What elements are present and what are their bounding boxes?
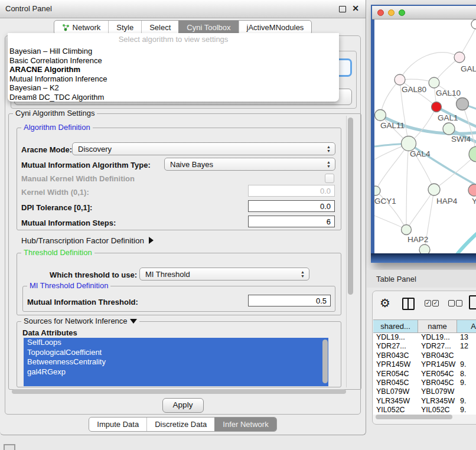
- sources-group-title[interactable]: Sources for Network Inference: [21, 317, 139, 325]
- network-node[interactable]: [457, 98, 469, 110]
- table-row[interactable]: YBR045CYBR045C9.: [373, 379, 476, 387]
- network-node[interactable]: [419, 244, 430, 253]
- network-window-bottom-frame: [371, 253, 476, 263]
- attribute-list-item[interactable]: TopologicalCoefficient: [24, 348, 328, 358]
- node-label: GAL1: [438, 113, 458, 122]
- collapsed-panel-icon[interactable]: [4, 444, 15, 450]
- mi-steps-field[interactable]: 6: [248, 216, 335, 227]
- tab-infer-network[interactable]: Infer Network: [214, 418, 276, 431]
- table-cell: 9.: [457, 406, 476, 415]
- settings-hscroll-thumb[interactable]: [12, 389, 346, 394]
- close-traffic-light-icon[interactable]: [377, 9, 384, 16]
- minimize-traffic-light-icon[interactable]: [388, 9, 395, 16]
- checked-box-icon[interactable]: ✓: [425, 300, 431, 306]
- which-threshold-combobox[interactable]: MI Threshold ▲▼: [139, 268, 309, 281]
- network-node-y[interactable]: [468, 184, 476, 196]
- table-row[interactable]: YDR27...YDR27...12: [373, 342, 476, 351]
- algorithm-dropdown-placeholder: Select algorithm to view settings: [8, 33, 339, 47]
- dropdown-item[interactable]: Dream8 DC_TDC Algorithm: [8, 93, 339, 102]
- tab-style[interactable]: Style: [108, 21, 141, 34]
- float-window-icon[interactable]: [339, 6, 346, 12]
- table-cell: YDR27...: [373, 342, 418, 351]
- attributes-list-scrollbar[interactable]: [322, 340, 328, 383]
- cyni-algorithm-settings-title: Cyni Algorithm Settings: [13, 109, 97, 118]
- tab-label: Style: [116, 21, 133, 34]
- which-threshold-value: MI Threshold: [145, 270, 190, 279]
- file-icon[interactable]: [469, 295, 476, 309]
- network-node-hap2[interactable]: [402, 225, 412, 235]
- collapse-down-icon: [130, 319, 137, 324]
- network-canvas[interactable]: GALGAL80GAL10GAL1GAL11SWI4GAL4GCY1HAP4YH…: [374, 19, 476, 253]
- table-hscroll-thumb[interactable]: [376, 415, 452, 419]
- network-node-gal1[interactable]: [432, 102, 442, 112]
- tab-network[interactable]: Network: [54, 21, 109, 34]
- network-node-gcy1[interactable]: [374, 186, 380, 195]
- unchecked-box-icon[interactable]: [456, 300, 462, 306]
- attribute-list-item[interactable]: SelfLoops: [24, 338, 328, 348]
- tab-discretize-data[interactable]: Discretize Data: [146, 418, 214, 431]
- table-column-header[interactable]: A: [457, 320, 476, 332]
- unchecked-box-icon[interactable]: [448, 300, 455, 306]
- tab-jactivemnodules[interactable]: jActiveMNodules: [239, 21, 312, 34]
- close-icon[interactable]: ✕: [352, 4, 359, 13]
- tab-impute-data[interactable]: Impute Data: [89, 418, 146, 431]
- table-cell: 9.: [457, 397, 476, 406]
- mi-steps-label: Mutual Information Steps:: [21, 219, 116, 227]
- network-node-gal80[interactable]: [395, 74, 405, 85]
- network-node-gal[interactable]: [454, 52, 465, 63]
- network-node-gal10[interactable]: [429, 77, 439, 88]
- aracne-mode-combobox[interactable]: Discovery ▲▼: [72, 142, 335, 155]
- settings-horizontal-scrollbar[interactable]: [11, 389, 353, 394]
- table-column-header[interactable]: name: [418, 320, 457, 332]
- table-row[interactable]: YPR145WYPR145W9.: [373, 360, 476, 369]
- manual-kernel-width-checkbox[interactable]: [325, 174, 334, 183]
- data-attributes-list[interactable]: SelfLoopsTopologicalCoefficientBetweenne…: [24, 338, 328, 386]
- kernel-width-field[interactable]: 0.0: [248, 185, 335, 197]
- tab-label: Network: [73, 21, 101, 34]
- dpi-tolerance-field[interactable]: 0.0: [248, 200, 335, 212]
- table-cell: 9.: [457, 360, 476, 369]
- gear-icon[interactable]: ⚙: [380, 296, 390, 310]
- tab-select[interactable]: Select: [141, 21, 178, 34]
- checked-box-icon[interactable]: ✓: [432, 300, 439, 306]
- mi-threshold-field[interactable]: 0.5: [248, 295, 331, 306]
- tab-cyni-toolbox[interactable]: Cyni Toolbox: [178, 21, 238, 34]
- table-cell: 12: [457, 342, 476, 351]
- control-panel-title: Control Panel: [5, 4, 52, 13]
- node-label: GAL10: [436, 89, 461, 97]
- attribute-list-item[interactable]: gal4RGexp: [24, 367, 328, 377]
- dropdown-item[interactable]: ARACNE Algorithm: [8, 65, 339, 74]
- network-node-gal4[interactable]: [402, 136, 416, 151]
- network-node-hap4[interactable]: [428, 184, 440, 195]
- apply-button[interactable]: Apply: [162, 398, 204, 413]
- table-cell: 8.: [457, 370, 476, 379]
- network-view-window[interactable]: GALGAL80GAL10GAL1GAL11SWI4GAL4GCY1HAP4YH…: [371, 5, 476, 263]
- table-row[interactable]: YLR345WYLR345W9.: [373, 397, 476, 406]
- dropdown-item[interactable]: Mutual Information Inference: [8, 74, 339, 84]
- attribute-list-item[interactable]: BetweennessCentrality: [24, 357, 328, 367]
- zoom-traffic-light-icon[interactable]: [399, 9, 405, 16]
- settings-vertical-scrollbar[interactable]: [346, 116, 354, 387]
- table-cell: YDL19...: [373, 333, 418, 342]
- mi-algorithm-type-combobox[interactable]: Naive Bayes ▲▼: [164, 158, 335, 171]
- table-row[interactable]: YBL079WYBL079W: [373, 387, 476, 396]
- table-row[interactable]: YBR043CYBR043C: [373, 351, 476, 360]
- dropdown-item[interactable]: Bayesian – Hill Climbing: [8, 47, 339, 56]
- network-node-gal11[interactable]: [375, 110, 386, 121]
- table-row[interactable]: YDL19...YDL19...13: [373, 333, 476, 342]
- columns-icon[interactable]: [402, 298, 415, 310]
- dropdown-item[interactable]: Bayesian – K2: [8, 83, 339, 93]
- data-attributes-label: Data Attributes: [22, 328, 77, 337]
- network-node[interactable]: [469, 146, 476, 162]
- table-row[interactable]: YIL052CYIL052C9.: [373, 406, 476, 415]
- table-column-header[interactable]: shared...: [373, 320, 418, 332]
- table-horizontal-scrollbar[interactable]: [374, 414, 475, 420]
- hub-definition-toggle[interactable]: Hub/Transcription Factor Definition: [21, 236, 154, 245]
- dropdown-item[interactable]: Basic Correlation Inference: [8, 56, 339, 66]
- table-row[interactable]: YER054CYER054C8.: [373, 370, 476, 379]
- settings-vscroll-thumb[interactable]: [348, 118, 353, 295]
- table-cell: YLR345W: [418, 397, 457, 406]
- network-node-swi4[interactable]: [443, 123, 455, 135]
- table-panel-title: Table Panel: [376, 275, 416, 283]
- network-node[interactable]: [471, 19, 476, 29]
